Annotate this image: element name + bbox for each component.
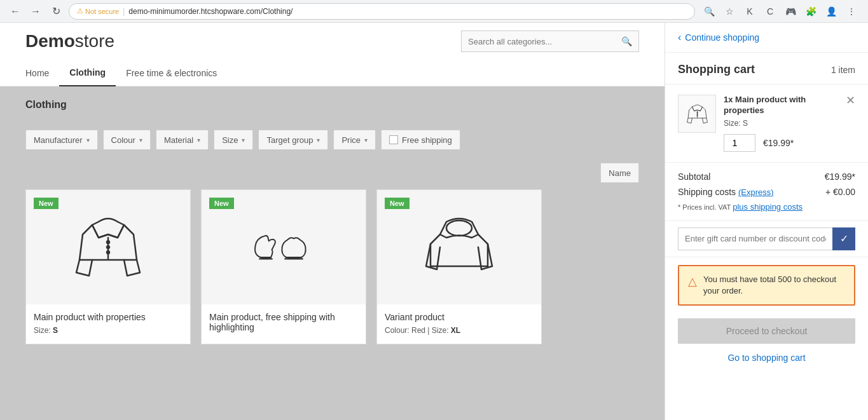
free-shipping-checkbox[interactable] [389, 135, 398, 144]
cart-item-count: 1 item [831, 65, 855, 75]
product-info-sweater: Variant product Colour: Red | Size: XL [377, 304, 541, 342]
store-content: Clothing Manufacturer ▾ Colour ▾ Materia… [0, 86, 665, 357]
chevron-down-icon: ▾ [86, 137, 90, 144]
address-bar[interactable]: ⚠ Not secure | demo-minimumorder.htcshop… [69, 3, 695, 20]
warning-text: You must have total 500 to checkout your… [703, 274, 845, 297]
filter-colour[interactable]: Colour ▾ [103, 130, 151, 150]
cart-item-name: 1x Main product with properties [724, 95, 838, 116]
sort-bar: Name [25, 163, 639, 183]
store-main: Demostore 🔍 Home Clothing Free time & el… [0, 23, 665, 420]
store-nav: Home Clothing Free time & electronics [0, 60, 665, 86]
vat-note: * Prices incl. VAT plus shipping costs [678, 202, 855, 212]
browser-actions: 🔍 ☆ K C 🎮 🧩 👤 ⋮ [700, 3, 860, 20]
chevron-down-icon: ▾ [364, 137, 368, 144]
browser-chrome: ← → ↻ ⚠ Not secure | demo-minimumorder.h… [0, 0, 868, 23]
cart-item-qty-price: €19.99* [724, 134, 838, 152]
category-title: Clothing [25, 99, 639, 111]
cart-item-price: €19.99* [763, 138, 794, 148]
subtotal-row: Subtotal €19.99* [678, 172, 855, 182]
product-badge-new: New [34, 198, 59, 209]
chevron-down-icon: ▾ [242, 137, 245, 144]
discount-input[interactable] [678, 227, 832, 250]
product-info-mittens: Main product, free shipping with highlig… [202, 304, 366, 344]
svg-point-2 [107, 246, 109, 248]
subtotal-label: Subtotal [678, 172, 710, 182]
product-card-sweater[interactable]: New [376, 189, 542, 344]
ext1-button[interactable]: K [741, 3, 759, 20]
store-logo: Demostore [25, 31, 114, 51]
discount-apply-button[interactable]: ✓ [832, 227, 855, 250]
back-arrow-icon: ‹ [678, 32, 681, 43]
search-icon: 🔍 [621, 36, 632, 46]
filter-price[interactable]: Price ▾ [333, 130, 376, 150]
forward-button[interactable]: → [28, 4, 43, 19]
product-name: Main product, free shipping with highlig… [209, 312, 358, 332]
filter-manufacturer[interactable]: Manufacturer ▾ [25, 130, 98, 150]
sort-button[interactable]: Name [600, 163, 639, 183]
shipping-value: + €0.00 [825, 187, 855, 197]
subtotal-value: €19.99* [825, 172, 855, 182]
shipping-row: Shipping costs (Express) + €0.00 [678, 187, 855, 197]
page-wrapper: Demostore 🔍 Home Clothing Free time & el… [0, 23, 868, 420]
nav-item-electronics[interactable]: Free time & electronics [116, 60, 227, 86]
reload-button[interactable]: ↻ [48, 4, 64, 19]
not-secure-indicator: ⚠ Not secure [77, 7, 119, 15]
cart-title-bar: Shopping cart 1 item [665, 53, 868, 85]
shipping-label: Shipping costs (Express) [678, 187, 774, 197]
remove-item-button[interactable]: ✕ [846, 95, 855, 106]
zoom-button[interactable]: 🔍 [700, 3, 718, 20]
cart-totals: Subtotal €19.99* Shipping costs (Express… [665, 163, 868, 221]
profile-button[interactable]: 👤 [822, 3, 840, 20]
svg-point-3 [107, 251, 109, 254]
nav-item-home[interactable]: Home [25, 60, 59, 86]
cart-back-bar[interactable]: ‹ Continue shopping [665, 23, 868, 53]
search-input[interactable] [468, 37, 621, 46]
search-bar[interactable]: 🔍 [461, 30, 639, 52]
cart-item: 1x Main product with properties Size: S … [665, 85, 868, 163]
chevron-down-icon: ▾ [197, 137, 200, 144]
express-link[interactable]: (Express) [738, 187, 774, 197]
back-button[interactable]: ← [8, 4, 23, 19]
ext3-button[interactable]: 🎮 [782, 3, 799, 20]
cart-panel: ‹ Continue shopping Shopping cart 1 item [665, 23, 868, 420]
product-card-jacket[interactable]: New [25, 189, 191, 344]
svg-point-1 [107, 241, 109, 243]
svg-point-9 [696, 113, 697, 114]
product-info-jacket: Main product with properties Size: S [26, 304, 190, 342]
ext2-button[interactable]: C [761, 3, 779, 20]
cart-item-size: Size: S [724, 119, 838, 128]
cart-item-image [678, 95, 716, 133]
product-name: Variant product [385, 312, 534, 322]
svg-point-10 [696, 115, 697, 116]
menu-button[interactable]: ⋮ [843, 3, 860, 20]
cart-back-label: Continue shopping [685, 32, 759, 43]
filter-material[interactable]: Material ▾ [156, 130, 209, 150]
checkout-button[interactable]: Proceed to checkout [678, 318, 855, 344]
filters: Manufacturer ▾ Colour ▾ Material ▾ Size … [25, 130, 639, 150]
quantity-input[interactable] [724, 134, 755, 152]
cart-warning: △ You must have total 500 to checkout yo… [678, 265, 855, 306]
nav-item-clothing[interactable]: Clothing [59, 60, 116, 86]
cart-discount: ✓ [665, 221, 868, 257]
svg-point-8 [696, 112, 697, 112]
star-button[interactable]: ☆ [720, 3, 738, 20]
url-text: demo-minimumorder.htcshopware.com/Clothi… [128, 7, 293, 16]
product-detail: Colour: Red | Size: XL [385, 326, 534, 335]
product-grid: New [25, 189, 639, 344]
filter-size[interactable]: Size ▾ [214, 130, 253, 150]
ext4-button[interactable]: 🧩 [802, 3, 820, 20]
product-card-mittens[interactable]: New [201, 189, 366, 344]
filter-target-group[interactable]: Target group ▾ [258, 130, 328, 150]
cart-item-details: 1x Main product with properties Size: S … [724, 95, 838, 152]
store-header: Demostore 🔍 [0, 23, 665, 60]
chevron-down-icon: ▾ [139, 137, 142, 144]
shipping-costs-link[interactable]: plus shipping costs [733, 202, 803, 212]
cart-title: Shopping cart [678, 63, 755, 76]
warning-icon: △ [688, 274, 697, 288]
product-badge-new: New [209, 198, 234, 209]
product-name: Main product with properties [34, 312, 183, 322]
svg-point-6 [446, 220, 472, 236]
goto-cart-link[interactable]: Go to shopping cart [678, 353, 855, 363]
free-shipping-filter[interactable]: Free shipping [381, 130, 460, 150]
chevron-down-icon: ▾ [317, 137, 320, 144]
